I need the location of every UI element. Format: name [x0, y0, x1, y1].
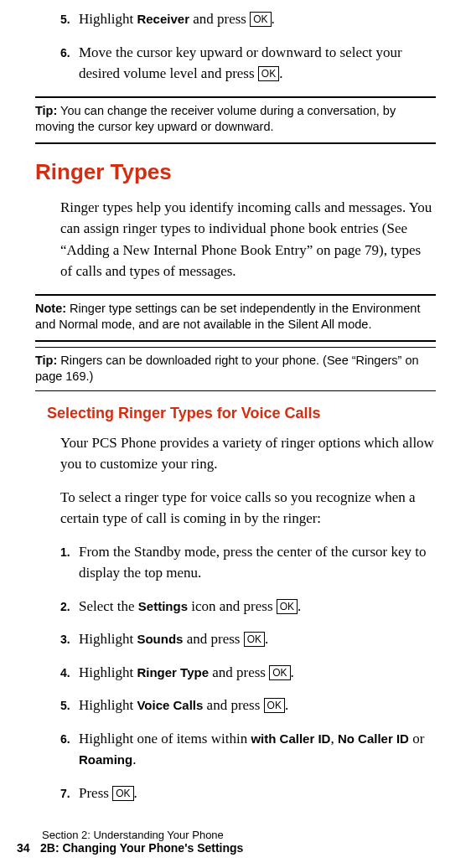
paragraph: Ringer types help you identify incoming …	[60, 197, 436, 282]
bold-term: No Caller ID	[338, 731, 409, 746]
step-number: 6.	[60, 728, 79, 771]
step-text: From the Standby mode, press the center …	[79, 541, 436, 584]
bold-term: Roaming	[79, 752, 132, 767]
step-number: 2.	[60, 596, 79, 617]
divider	[35, 347, 436, 348]
page-footer: Section 2: Understanding Your Phone 342B…	[0, 829, 471, 855]
step-5: 5. Highlight Voice Calls and press OK.	[60, 695, 436, 716]
divider	[35, 294, 436, 296]
step-2: 2. Select the Settings icon and press OK…	[60, 596, 436, 617]
text: .	[265, 631, 268, 647]
heading-ringer-types: Ringer Types	[35, 159, 436, 185]
divider	[35, 142, 436, 144]
step-3: 3. Highlight Sounds and press OK.	[60, 628, 436, 650]
step-6: 6. Highlight one of items within with Ca…	[60, 728, 436, 771]
bold-term: with Caller ID	[251, 731, 330, 746]
text: .	[134, 785, 137, 801]
heading-selecting-ringer-types: Selecting Ringer Types for Voice Calls	[47, 405, 436, 422]
text: .	[291, 664, 294, 680]
bold-term: Ringer Type	[137, 665, 209, 679]
chapter-title: 2B: Changing Your Phone's Settings	[40, 841, 243, 855]
text: Highlight	[79, 631, 137, 647]
text: .	[298, 598, 301, 614]
footer-chapter: 342B: Changing Your Phone's Settings	[17, 841, 471, 855]
text: and press	[189, 11, 250, 27]
ok-key-icon: OK	[244, 632, 265, 647]
ok-key-icon: OK	[269, 665, 290, 680]
text: ,	[330, 731, 338, 747]
ok-key-icon: OK	[264, 698, 285, 713]
step-number: 6.	[60, 42, 79, 85]
step-number: 4.	[60, 662, 79, 684]
step-number: 1.	[60, 541, 79, 584]
step-number: 5.	[60, 8, 79, 30]
step-text: Highlight Receiver and press OK.	[79, 8, 436, 30]
divider	[35, 340, 436, 342]
text: .	[272, 11, 275, 27]
bold-term: Voice Calls	[137, 698, 203, 712]
text: .	[132, 752, 136, 767]
ok-key-icon: OK	[250, 12, 271, 27]
note-text: Ringer type settings can be set independ…	[35, 302, 420, 332]
text: Press	[79, 785, 112, 801]
page-number: 34	[17, 841, 40, 855]
tip-text: You can change the receiver volume durin…	[35, 104, 396, 134]
step-4: 4. Highlight Ringer Type and press OK.	[60, 662, 436, 684]
step-text: Highlight Sounds and press OK.	[79, 628, 436, 650]
step-text: Highlight Ringer Type and press OK.	[79, 662, 436, 684]
ok-key-icon: OK	[258, 66, 279, 81]
bold-term: Settings	[138, 599, 188, 613]
bold-term: Sounds	[137, 632, 183, 646]
text: Select the	[79, 598, 138, 614]
step-1: 1. From the Standby mode, press the cent…	[60, 541, 436, 584]
text: Highlight	[79, 11, 137, 27]
text: or	[409, 731, 424, 747]
tip-label: Tip:	[35, 104, 57, 117]
text: .	[285, 697, 288, 713]
footer-section: Section 2: Understanding Your Phone	[42, 829, 471, 841]
ok-key-icon: OK	[112, 786, 133, 801]
text: and press	[203, 697, 263, 713]
text: Highlight	[79, 697, 137, 713]
step-number: 5.	[60, 695, 79, 716]
step-text: Press OK.	[79, 783, 436, 804]
step-5-receiver: 5. Highlight Receiver and press OK.	[60, 8, 436, 30]
ok-key-icon: OK	[277, 599, 298, 614]
note-label: Note:	[35, 302, 66, 315]
text: Highlight	[79, 664, 137, 680]
note-ringer-settings: Note: Ringer type settings can be set in…	[35, 301, 436, 333]
step-text: Highlight one of items within with Calle…	[79, 728, 436, 771]
tip-receiver-volume: Tip: You can change the receiver volume …	[35, 103, 436, 136]
step-number: 3.	[60, 628, 79, 650]
divider	[35, 390, 436, 391]
bold-term: Receiver	[137, 12, 189, 26]
paragraph: To select a ringer type for voice calls …	[60, 487, 436, 530]
text: and press	[209, 664, 269, 680]
text: .	[279, 65, 282, 81]
paragraph: Your PCS Phone provides a variety of rin…	[60, 432, 436, 475]
step-number: 7.	[60, 783, 79, 804]
text: Highlight one of items within	[79, 731, 251, 747]
divider	[35, 96, 436, 98]
text: icon and press	[188, 598, 277, 614]
step-7: 7. Press OK.	[60, 783, 436, 804]
tip-text: Ringers can be downloaded right to your …	[35, 354, 419, 384]
step-6-volume: 6. Move the cursor key upward or downwar…	[60, 42, 436, 85]
text: Move the cursor key upward or downward t…	[79, 44, 402, 82]
text: and press	[183, 631, 243, 647]
step-text: Select the Settings icon and press OK.	[79, 596, 436, 617]
step-text: Move the cursor key upward or downward t…	[79, 42, 436, 85]
tip-download-ringers: Tip: Ringers can be downloaded right to …	[35, 353, 436, 385]
tip-label: Tip:	[35, 354, 57, 367]
step-text: Highlight Voice Calls and press OK.	[79, 695, 436, 716]
